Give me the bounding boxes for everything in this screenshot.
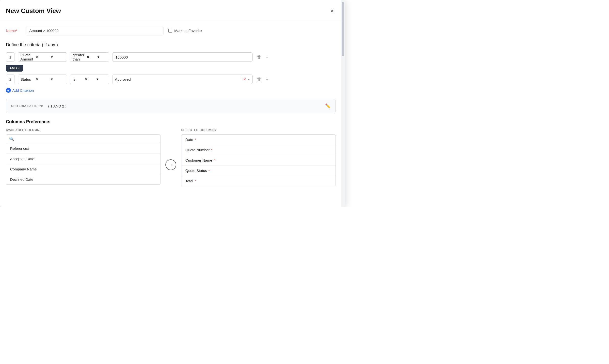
criterion-op-clear-2[interactable]: ✕ [85, 77, 95, 81]
selected-item-total-label: Total [185, 179, 193, 183]
modal-title: New Custom View [6, 7, 61, 15]
search-icon: 🔍 [9, 136, 14, 141]
available-item-reference[interactable]: Reference# [6, 143, 160, 154]
pattern-label: CRITERIA PATTERN: [11, 104, 43, 108]
name-row: Name* Mark as Favorite [6, 26, 336, 35]
available-columns: AVAILABLE COLUMNS 🔍 Reference# Accepted … [6, 128, 160, 186]
close-button[interactable]: × [328, 7, 336, 15]
criterion-value-clear-2[interactable]: ✕ [243, 77, 246, 81]
pattern-edit-icon[interactable]: ✏️ [325, 103, 331, 109]
add-criterion-label: Add Criterion [12, 88, 34, 92]
criterion-value-1[interactable]: 100000 [112, 52, 253, 62]
criterion-field-1[interactable]: Quote Amount ✕ ▾ [18, 52, 67, 62]
required-star-total: * [195, 179, 196, 183]
pattern-value: ( 1 AND 2 ) [48, 104, 66, 108]
new-custom-view-modal: New Custom View × Name* Mark as Favorite… [0, 0, 345, 207]
scrollbar-track[interactable] [341, 0, 345, 207]
selected-item-date-label: Date [185, 137, 193, 142]
criterion-row-1: 1 Quote Amount ✕ ▾ greater than ✕ ▾ 1000… [6, 52, 336, 62]
criterion-field-clear-2[interactable]: ✕ [36, 77, 49, 81]
criterion-op-clear-1[interactable]: ✕ [86, 55, 96, 59]
selected-item-quote-status[interactable]: Quote Status * [181, 166, 336, 176]
required-star-customer-name: * [214, 158, 215, 162]
criterion-add-2[interactable]: ＋ [264, 76, 270, 82]
selected-item-quote-status-label: Quote Status [185, 168, 207, 173]
available-item-company-name[interactable]: Company Name [6, 164, 160, 174]
columns-preference-title: Columns Preference: [6, 119, 336, 124]
criterion-row-2: 2 Status ✕ ▾ is ✕ ▾ Approved ✕ ▾ [6, 75, 336, 84]
criterion-delete-1[interactable]: 🗑 [256, 54, 262, 60]
name-input[interactable] [26, 26, 163, 35]
criterion-field-2[interactable]: Status ✕ ▾ [18, 75, 67, 84]
transfer-arrow-wrap: → [160, 143, 181, 186]
transfer-arrow-button[interactable]: → [165, 159, 176, 170]
criterion-op-chevron-2[interactable]: ▾ [96, 77, 107, 81]
criterion-value-chevron-2[interactable]: ▾ [248, 77, 250, 81]
criteria-pattern-box: CRITERIA PATTERN: ( 1 AND 2 ) ✏️ [6, 99, 336, 113]
available-search-box: 🔍 [6, 134, 160, 143]
selected-item-total[interactable]: Total * [181, 176, 336, 186]
criterion-actions-2: 🗑 ＋ [256, 76, 270, 82]
favorite-label: Mark as Favorite [174, 29, 202, 33]
available-item-declined-date[interactable]: Declined Date [6, 174, 160, 184]
available-item-accepted-date[interactable]: Accepted Date [6, 154, 160, 164]
modal-header: New Custom View × [0, 0, 345, 20]
criteria-section: Define the criteria ( if any ) 1 Quote A… [6, 42, 336, 94]
selected-item-customer-name-label: Customer Name [185, 158, 212, 162]
add-criterion-icon: + [6, 88, 11, 93]
add-criterion-button[interactable]: + Add Criterion [6, 87, 34, 94]
modal-body: Name* Mark as Favorite Define the criter… [0, 20, 345, 192]
selected-columns: SELECTED COLUMNS Date * Quote Number * C… [181, 128, 336, 186]
selected-columns-label: SELECTED COLUMNS [181, 128, 336, 132]
selected-item-quote-number-label: Quote Number [185, 148, 209, 152]
connector-label: AND [9, 66, 17, 70]
available-columns-label: AVAILABLE COLUMNS [6, 128, 160, 132]
favorite-wrap: Mark as Favorite [168, 29, 202, 33]
required-star-date: * [195, 138, 196, 142]
required-star-quote-status: * [208, 169, 210, 173]
criterion-num-1: 1 [6, 52, 15, 62]
available-search-input[interactable] [16, 137, 157, 141]
pattern-left: CRITERIA PATTERN: ( 1 AND 2 ) [11, 104, 66, 108]
criterion-op-2[interactable]: is ✕ ▾ [70, 75, 109, 84]
criterion-field-clear-1[interactable]: ✕ [36, 55, 49, 59]
criterion-add-1[interactable]: ＋ [264, 54, 270, 60]
criterion-actions-1: 🗑 ＋ [256, 54, 270, 60]
selected-item-customer-name[interactable]: Customer Name * [181, 155, 336, 166]
criteria-section-title: Define the criteria ( if any ) [6, 42, 336, 47]
connector-caret: ▾ [18, 67, 20, 70]
selected-list: Date * Quote Number * Customer Name * Qu… [181, 134, 336, 186]
columns-wrap: AVAILABLE COLUMNS 🔍 Reference# Accepted … [6, 128, 336, 186]
criterion-value-text-2: Approved [115, 77, 241, 81]
criterion-field-value-1: Quote Amount [20, 53, 34, 61]
name-label: Name* [6, 29, 21, 33]
criterion-field-value-2: Status [20, 77, 34, 81]
criterion-num-2: 2 [6, 75, 15, 84]
required-star-quote-number: * [211, 148, 212, 152]
criterion-field-chevron-2[interactable]: ▾ [51, 77, 64, 81]
criterion-op-value-2: is [73, 77, 83, 81]
criterion-value-2[interactable]: Approved ✕ ▾ [112, 75, 253, 84]
criterion-op-value-1: greater than [73, 53, 84, 61]
available-list: Reference# Accepted Date Company Name De… [6, 143, 160, 185]
and-connector[interactable]: AND ▾ [6, 65, 23, 72]
mark-as-favorite-checkbox[interactable] [168, 29, 172, 33]
selected-item-quote-number[interactable]: Quote Number * [181, 145, 336, 155]
criterion-op-chevron-1[interactable]: ▾ [97, 55, 107, 59]
scrollbar-thumb[interactable] [342, 2, 344, 56]
criterion-op-1[interactable]: greater than ✕ ▾ [70, 52, 109, 62]
selected-item-date[interactable]: Date * [181, 135, 336, 145]
criterion-field-chevron-1[interactable]: ▾ [51, 55, 64, 59]
criterion-delete-2[interactable]: 🗑 [256, 76, 262, 82]
